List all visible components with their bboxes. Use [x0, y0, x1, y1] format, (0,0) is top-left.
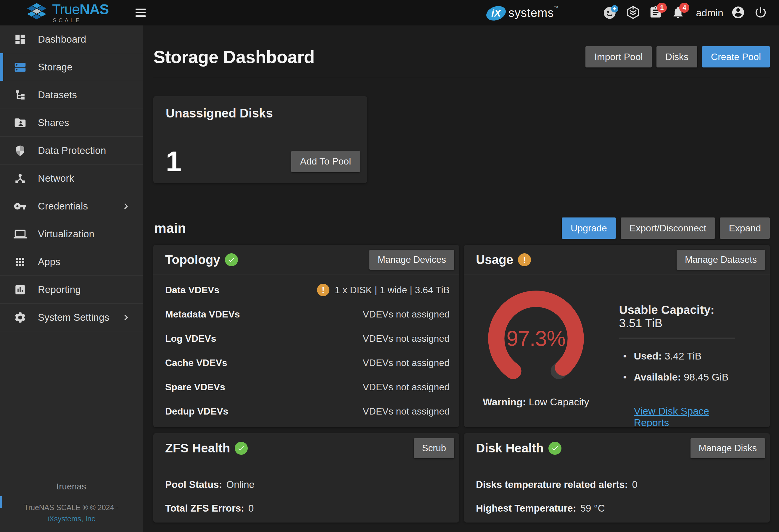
sidebar-item-dashboard[interactable]: Dashboard	[0, 25, 143, 53]
gear-icon	[14, 311, 26, 324]
topology-row-data-vdevs: Data VDEVs ! 1 x DISK | 1 wide | 3.64 Ti…	[165, 278, 450, 302]
bar-chart-icon	[14, 283, 26, 296]
alerts-button[interactable]: 4	[670, 5, 686, 20]
zfs-errors-row: Total ZFS Errors: 0	[165, 496, 447, 520]
cube-layers-icon	[626, 5, 640, 20]
jobs-badge: 1	[657, 3, 667, 13]
sidebar-item-network[interactable]: Network	[0, 164, 143, 192]
ixsystems-logo: iX systems ™	[484, 3, 558, 22]
alerts-badge: 4	[679, 3, 689, 13]
page-title: Storage Dashboard	[153, 47, 315, 67]
disks-button[interactable]: Disks	[656, 46, 697, 67]
check-circle-icon	[548, 442, 561, 455]
check-circle-icon	[235, 442, 248, 455]
truenas-logo[interactable]: TrueNAS SCALE	[25, 2, 117, 23]
sidebar-item-data-protection[interactable]: Data Protection	[0, 137, 143, 164]
topology-row-cache-vdevs: Cache VDEVs VDEVs not assigned	[165, 351, 450, 375]
truenas-logo-icon	[25, 2, 48, 22]
svg-text:iX: iX	[491, 7, 501, 19]
admin-username: admin	[696, 7, 723, 19]
disk-temp-alerts-row: Disks temperature related alerts: 0	[476, 473, 758, 496]
usage-gauge: 97.3%	[487, 290, 585, 387]
shield-icon	[14, 144, 26, 157]
ixsystems-link[interactable]: iXsystems, Inc	[47, 515, 95, 523]
page-header: Storage Dashboard Import Pool Disks Crea…	[153, 25, 770, 77]
topbar: TrueNAS SCALE iX systems ™	[0, 0, 779, 25]
disk-health-card: Disk Health Manage Disks Disks temperatu…	[464, 433, 770, 523]
available-capacity: Available: 98.45 GiB	[634, 371, 735, 383]
apps-grid-icon	[14, 255, 26, 268]
usage-title: Usage !	[476, 253, 531, 267]
key-icon	[14, 200, 26, 213]
highest-temperature-row: Highest Temperature: 59 °C	[476, 496, 758, 520]
brand-edition: SCALE	[53, 17, 109, 23]
add-to-pool-button[interactable]: Add To Pool	[291, 151, 360, 172]
manage-disks-button[interactable]: Manage Disks	[691, 438, 765, 458]
truecommand-face-icon	[603, 5, 618, 21]
warning-circle-icon: !	[518, 253, 531, 266]
truecommand-status-button[interactable]	[603, 5, 618, 20]
chevron-right-icon	[121, 202, 130, 211]
topology-title: Topology	[165, 253, 238, 267]
sidebar-item-datasets[interactable]: Datasets	[0, 81, 143, 109]
sidebar-item-virtualization[interactable]: Virtualization	[0, 220, 143, 248]
hostname-label: truenas	[0, 481, 143, 491]
pool-status-row: Pool Status: Online	[165, 473, 447, 496]
check-circle-icon	[225, 253, 238, 266]
page-actions: Import Pool Disks Create Pool	[586, 46, 770, 67]
usage-card: Usage ! Manage Datasets 97.3%	[464, 245, 770, 427]
account-circle-button[interactable]	[730, 5, 746, 20]
pool-name: main	[154, 220, 186, 236]
copyright-text: TrueNAS SCALE ® © 2024 - iXsystems, Inc	[0, 502, 143, 524]
unassigned-disks-card: Unassigned Disks 1 Add To Pool	[153, 96, 367, 183]
export-disconnect-button[interactable]: Export/Disconnect	[621, 217, 715, 239]
sidebar-item-credentials[interactable]: Credentials	[0, 192, 143, 220]
usage-warning: Warning: Low Capacity	[483, 396, 589, 408]
account-menu-button[interactable]: admin	[693, 5, 723, 20]
zfs-health-card: ZFS Health Scrub Pool Status: Online Tot…	[153, 433, 459, 523]
dashboard-icon	[14, 33, 26, 46]
sidebar-item-apps[interactable]: Apps	[0, 248, 143, 276]
ixsystems-logo-mark: iX	[484, 3, 508, 22]
topology-rows: Data VDEVs ! 1 x DISK | 1 wide | 3.64 Ti…	[153, 275, 459, 423]
unassigned-disks-count: 1	[166, 149, 181, 174]
disk-health-title: Disk Health	[476, 441, 561, 455]
brand-name: TrueNAS	[52, 2, 109, 16]
view-disk-space-reports-link[interactable]: View Disk Space Reports	[634, 405, 735, 427]
manage-datasets-button[interactable]: Manage Datasets	[676, 250, 765, 270]
topology-row-log-vdevs: Log VDEVs VDEVs not assigned	[165, 326, 450, 351]
storage-icon	[14, 61, 26, 74]
sidebar: Dashboard Storage	[0, 25, 143, 532]
usage-percent: 97.3%	[487, 290, 585, 387]
laptop-icon	[14, 227, 26, 241]
network-hub-icon	[14, 172, 26, 185]
sidebar-footer: truenas TrueNAS SCALE ® © 2024 - iXsyste…	[0, 481, 143, 524]
sidebar-toggle-button[interactable]	[135, 5, 151, 20]
sidebar-item-system-settings[interactable]: System Settings	[0, 304, 143, 331]
power-button[interactable]	[753, 5, 768, 20]
manage-devices-button[interactable]: Manage Devices	[369, 250, 454, 270]
main-content: Storage Dashboard Import Pool Disks Crea…	[144, 25, 779, 532]
topology-card: Topology Manage Devices Data VDEVs ! 1 x…	[153, 245, 459, 427]
scrub-button[interactable]: Scrub	[414, 438, 454, 458]
jobs-button[interactable]: 1	[648, 5, 663, 20]
upgrade-button[interactable]: Upgrade	[562, 217, 616, 239]
pool-actions: Upgrade Export/Disconnect Expand	[562, 217, 770, 239]
usage-capacity-column: Usable Capacity: 3.51 TiB Used: 3.42 TiB…	[608, 275, 770, 427]
unassigned-disks-title: Unassigned Disks	[166, 106, 360, 120]
account-circle-icon	[731, 5, 745, 20]
expand-button[interactable]: Expand	[720, 217, 770, 239]
warning-circle-icon: !	[317, 284, 329, 296]
power-icon	[754, 6, 768, 20]
sidebar-item-reporting[interactable]: Reporting	[0, 276, 143, 304]
used-capacity: Used: 3.42 TiB	[634, 350, 735, 362]
topbar-right: iX systems ™	[484, 3, 779, 22]
capacity-divider	[619, 338, 735, 338]
feedback-cube-button[interactable]	[625, 5, 641, 20]
sidebar-item-storage[interactable]: Storage	[0, 53, 143, 81]
sidebar-item-shares[interactable]: Shares	[0, 109, 143, 137]
import-pool-button[interactable]: Import Pool	[586, 46, 652, 67]
create-pool-button[interactable]: Create Pool	[702, 46, 770, 67]
usable-capacity: Usable Capacity: 3.51 TiB	[619, 303, 735, 330]
truenas-app: TrueNAS SCALE iX systems ™	[0, 0, 779, 532]
